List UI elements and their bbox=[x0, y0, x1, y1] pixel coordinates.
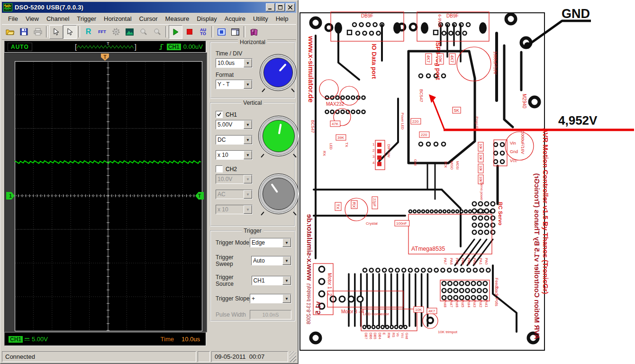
settings-gear-button[interactable] bbox=[109, 25, 123, 39]
ch2-checkbox[interactable] bbox=[216, 165, 223, 173]
maximize-button[interactable] bbox=[276, 3, 285, 11]
status-bar: Connected 09-05-2011 00:07 bbox=[2, 350, 296, 362]
resize-grip[interactable] bbox=[290, 351, 296, 362]
svg-text:47K: 47K bbox=[332, 122, 339, 126]
menu-channel[interactable]: Channel bbox=[43, 14, 73, 23]
close-button[interactable] bbox=[286, 3, 295, 11]
trigger-slope-row: Trigger Slope +▼ bbox=[216, 294, 291, 303]
menu-horizontal[interactable]: Horizontal bbox=[100, 14, 136, 23]
pcb-label: 220 bbox=[411, 118, 421, 124]
cursor-button[interactable] bbox=[49, 25, 63, 39]
ch1-vertical-knob[interactable] bbox=[258, 116, 299, 156]
start-button[interactable] bbox=[169, 25, 182, 39]
scope-screen[interactable] bbox=[15, 61, 202, 331]
ch2-vertical-knob[interactable] bbox=[258, 173, 299, 214]
pcb-label: Gnd bbox=[510, 149, 518, 154]
zoom-in-button[interactable] bbox=[136, 25, 150, 39]
menu-cursor[interactable]: Cursor bbox=[136, 14, 162, 23]
trigger-mode-select[interactable]: Edge▼ bbox=[250, 238, 291, 247]
svg-text:2: 2 bbox=[372, 148, 375, 153]
svg-text:Pot2: Pot2 bbox=[479, 300, 483, 308]
pcb-label: 4K7 bbox=[427, 308, 437, 314]
pulse-width-row: Pulse Width 10.0nS bbox=[216, 310, 291, 319]
print-button[interactable] bbox=[31, 25, 45, 39]
svg-text:Pot4: Pot4 bbox=[467, 300, 471, 308]
horizontal-position-preview[interactable]: T [ ] bbox=[75, 42, 141, 51]
svg-text:22pF: 22pF bbox=[372, 198, 377, 207]
horizontal-knob[interactable] bbox=[260, 54, 297, 91]
pcb-label: DB4 bbox=[378, 333, 381, 339]
pcb-label: TX bbox=[335, 202, 341, 210]
svg-text:E: E bbox=[382, 333, 386, 335]
ch1-volts-select[interactable]: 5.00V▼ bbox=[216, 120, 253, 129]
trigger-mode-row: Trigger Mode Edge▼ bbox=[216, 238, 291, 247]
title-bar[interactable]: DSO-5200 USB(7.0.0.3) bbox=[2, 2, 296, 13]
display-mode-button[interactable] bbox=[215, 25, 228, 39]
auto-set-button[interactable]: AUTO bbox=[196, 25, 210, 39]
ch1-checkbox[interactable] bbox=[216, 111, 223, 118]
ch1-coupling-select[interactable]: DC▼ bbox=[216, 135, 253, 145]
svg-text:PA1: PA1 bbox=[479, 258, 483, 265]
trigger-source-select[interactable]: CH1▼ bbox=[252, 276, 291, 285]
pcb-label: M2940 bbox=[522, 94, 527, 109]
chevron-down-icon: ▼ bbox=[244, 151, 252, 159]
svg-text:Pot6: Pot6 bbox=[455, 300, 459, 308]
help-book-button[interactable] bbox=[247, 25, 261, 39]
pcb-label: Updated 13-8-2008 bbox=[306, 283, 311, 325]
pcb-label: BC547 bbox=[310, 120, 315, 133]
pcb-label: PA4 bbox=[461, 258, 465, 265]
pcb-label: Pot5 bbox=[461, 300, 465, 308]
pcb-label: PA2 bbox=[472, 258, 477, 265]
minimize-button[interactable] bbox=[266, 3, 275, 11]
menu-display[interactable]: Display bbox=[193, 14, 221, 23]
pcb-label: Pot6 bbox=[455, 300, 459, 308]
menu-help[interactable]: Help bbox=[272, 14, 292, 23]
pcb-label: 10K bbox=[437, 54, 444, 64]
svg-text:Pot8: Pot8 bbox=[443, 300, 447, 308]
pcb-label: www.x-simulator.de bbox=[306, 214, 314, 281]
r-measure-button[interactable]: R bbox=[82, 25, 95, 39]
fft-button[interactable]: FFT bbox=[95, 25, 109, 39]
ch1-probe-select[interactable]: x 10▼ bbox=[216, 150, 253, 160]
cursor-alt-button[interactable] bbox=[63, 25, 77, 39]
open-button[interactable] bbox=[3, 25, 17, 39]
pcb-label: Pot7 bbox=[449, 300, 454, 308]
svg-text:AVR Motion Controller v1.5 B: AVR Motion Controller v1.5 By Thanos (Tr… bbox=[533, 173, 541, 339]
scope-screen-bezel: T 1 T bbox=[4, 53, 207, 332]
ch2-volts-select[interactable]: 10.0V▼ bbox=[216, 174, 253, 184]
svg-text:DB6: DB6 bbox=[369, 333, 372, 339]
pcb-label: 10K bbox=[414, 307, 424, 312]
menu-measure[interactable]: Measure bbox=[162, 14, 193, 23]
ch2-coupling-select[interactable]: AC▼ bbox=[216, 190, 253, 199]
trigger-slope-select[interactable]: +▼ bbox=[250, 294, 291, 303]
trigger-position-marker[interactable]: T bbox=[101, 54, 109, 61]
menu-view[interactable]: View bbox=[22, 14, 43, 23]
pcb-label: 4K7 bbox=[449, 54, 455, 64]
pcb-label: 10K bbox=[478, 153, 483, 162]
toolbar-separator bbox=[165, 26, 167, 37]
svg-text:4K7: 4K7 bbox=[428, 309, 435, 313]
pcb-image: DB9FDB9FIO Data portISP Prog portwww.x-s… bbox=[299, 0, 635, 364]
channel1-level-marker[interactable]: 1 bbox=[6, 192, 15, 200]
zoom-out-button[interactable] bbox=[150, 25, 164, 39]
panel-toggle-button[interactable] bbox=[228, 25, 242, 39]
menu-file[interactable]: File bbox=[4, 14, 22, 23]
image-button[interactable] bbox=[123, 25, 136, 39]
save-button[interactable] bbox=[17, 25, 31, 39]
svg-text:v1.5: v1.5 bbox=[314, 301, 322, 314]
svg-text:10K: 10K bbox=[479, 176, 482, 182]
menu-acquire[interactable]: Acquire bbox=[221, 14, 249, 23]
stop-button[interactable] bbox=[182, 25, 196, 39]
menu-utility[interactable]: Utility bbox=[249, 14, 272, 23]
pcb-label: 47K bbox=[330, 121, 340, 127]
ch2-probe-select[interactable]: x 10▼ bbox=[216, 205, 253, 214]
pcb-label: BC547 bbox=[419, 89, 424, 102]
time-div-select[interactable]: 10.0us ▼ bbox=[216, 58, 253, 68]
trigger-sweep-select[interactable]: Auto▼ bbox=[251, 256, 291, 265]
svg-text:RX: RX bbox=[352, 202, 356, 208]
format-select[interactable]: Y - T ▼ bbox=[216, 80, 253, 89]
pcb-label: TX bbox=[345, 142, 349, 147]
menu-trigger[interactable]: Trigger bbox=[73, 14, 100, 23]
svg-text:M2940: M2940 bbox=[522, 94, 527, 109]
svg-text:MAX232: MAX232 bbox=[326, 101, 345, 107]
